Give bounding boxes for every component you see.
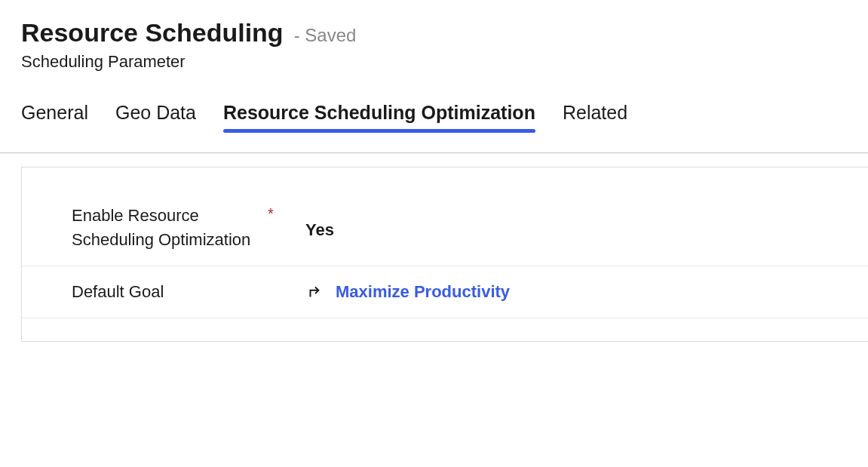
- tab-geo-data[interactable]: Geo Data: [115, 102, 196, 131]
- page-subtitle: Scheduling Parameter: [21, 52, 847, 72]
- field-value-default-goal[interactable]: Maximize Productivity: [305, 282, 510, 302]
- save-status: - Saved: [294, 25, 357, 46]
- field-value-enable-rso[interactable]: Yes: [305, 216, 334, 240]
- page-title: Resource Scheduling: [21, 18, 284, 48]
- field-label: Default Goal: [72, 280, 268, 304]
- required-marker-placeholder: [268, 280, 305, 281]
- field-label: Enable Resource Scheduling Optimization: [72, 204, 268, 252]
- tab-general[interactable]: General: [21, 102, 88, 131]
- tab-divider: [0, 152, 868, 153]
- title-row: Resource Scheduling - Saved: [21, 18, 847, 48]
- tab-resource-scheduling-optimization[interactable]: Resource Scheduling Optimization: [223, 102, 535, 131]
- tab-related[interactable]: Related: [563, 102, 627, 131]
- field-enable-rso: Enable Resource Scheduling Optimization …: [22, 190, 868, 266]
- tab-bar: General Geo Data Resource Scheduling Opt…: [0, 102, 868, 131]
- page-header: Resource Scheduling - Saved Scheduling P…: [0, 0, 868, 72]
- required-marker-icon: *: [268, 204, 305, 223]
- form-panel: Enable Resource Scheduling Optimization …: [21, 167, 868, 342]
- lookup-icon: [305, 282, 325, 302]
- lookup-link-default-goal[interactable]: Maximize Productivity: [336, 282, 510, 302]
- field-default-goal: Default Goal Maximize Productivity: [22, 266, 868, 318]
